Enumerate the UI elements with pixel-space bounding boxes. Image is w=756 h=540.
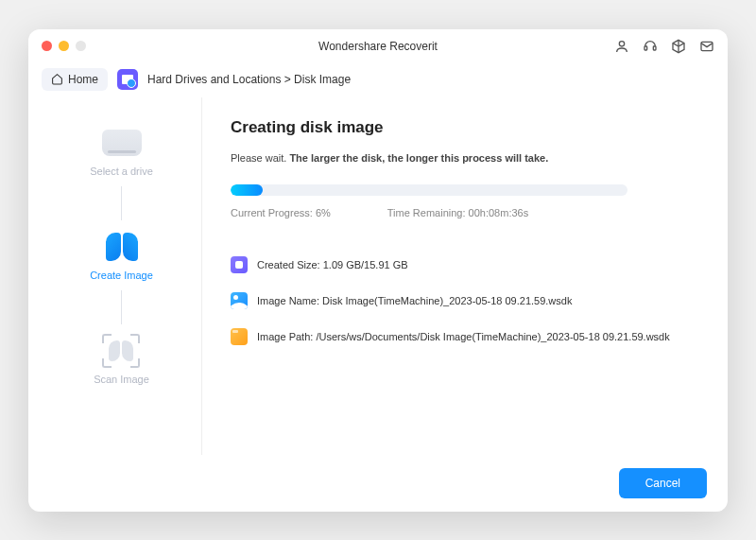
create-image-icon: [101, 230, 143, 264]
wait-bold: The larger the disk, the longer this pro…: [289, 152, 548, 164]
content-area: Select a drive Create Image Scan Image C…: [28, 97, 728, 455]
toolbar: Home Hard Drives and Locations > Disk Im…: [28, 61, 728, 97]
location-icon: [117, 69, 138, 90]
image-path-row: Image Path: /Users/ws/Documents/Disk Ima…: [231, 328, 705, 345]
progress-value: 6%: [316, 207, 331, 218]
created-size-row: Created Size: 1.09 GB/15.91 GB: [231, 256, 705, 273]
home-icon: [51, 73, 63, 85]
support-icon[interactable]: [643, 39, 658, 54]
size-icon: [231, 256, 248, 273]
time-value: 00h:08m:36s: [469, 207, 529, 218]
breadcrumb: Hard Drives and Locations > Disk Image: [147, 73, 351, 86]
image-name-icon: [231, 292, 248, 309]
image-name-row: Image Name: Disk Image(TimeMachine)_2023…: [231, 292, 705, 309]
progress-fill: [231, 184, 263, 196]
details-list: Created Size: 1.09 GB/15.91 GB Image Nam…: [231, 256, 705, 345]
home-label: Home: [68, 73, 98, 86]
breadcrumb-root[interactable]: Hard Drives and Locations: [147, 73, 281, 86]
footer: Cancel: [28, 455, 728, 512]
breadcrumb-separator: >: [281, 73, 294, 86]
cancel-button[interactable]: Cancel: [619, 468, 707, 498]
page-heading: Creating disk image: [231, 118, 705, 137]
step-label: Select a drive: [90, 165, 153, 177]
folder-icon: [231, 328, 248, 345]
mail-icon[interactable]: [699, 39, 714, 54]
main-panel: Creating disk image Please wait. The lar…: [202, 97, 714, 455]
image-path-value: /Users/ws/Documents/Disk Image(TimeMachi…: [316, 331, 669, 342]
home-button[interactable]: Home: [42, 68, 108, 91]
svg-point-0: [619, 41, 624, 45]
step-label: Create Image: [90, 270, 153, 281]
step-connector: [121, 186, 122, 220]
scan-image-icon: [100, 334, 142, 368]
step-scan-image: Scan Image: [94, 334, 149, 385]
titlebar: Wondershare Recoverit: [28, 29, 728, 61]
wait-prefix: Please wait.: [231, 152, 289, 164]
package-icon[interactable]: [671, 39, 686, 54]
step-label: Scan Image: [94, 374, 149, 385]
time-remaining-text: Time Remaining: 00h:08m:36s: [387, 207, 528, 218]
account-icon[interactable]: [614, 39, 629, 54]
image-name-value: Disk Image(TimeMachine)_2023-05-18 09.21…: [322, 295, 572, 306]
step-connector: [121, 290, 122, 324]
step-create-image: Create Image: [90, 230, 153, 281]
progress-text: Current Progress: 6%: [231, 207, 331, 218]
page-subtext: Please wait. The larger the disk, the lo…: [231, 152, 705, 164]
header-actions: [614, 39, 714, 54]
breadcrumb-current: Disk Image: [294, 73, 351, 86]
app-window: Wondershare Recoverit Home Hard Drives a…: [28, 29, 728, 512]
progress-bar: [231, 184, 627, 196]
progress-info: Current Progress: 6% Time Remaining: 00h…: [231, 207, 705, 218]
svg-rect-1: [644, 46, 647, 50]
step-select-drive: Select a drive: [90, 126, 153, 177]
created-size-value: 1.09 GB/15.91 GB: [323, 259, 408, 270]
svg-rect-2: [653, 46, 656, 50]
drive-icon: [101, 126, 143, 160]
steps-sidebar: Select a drive Create Image Scan Image: [42, 97, 202, 455]
